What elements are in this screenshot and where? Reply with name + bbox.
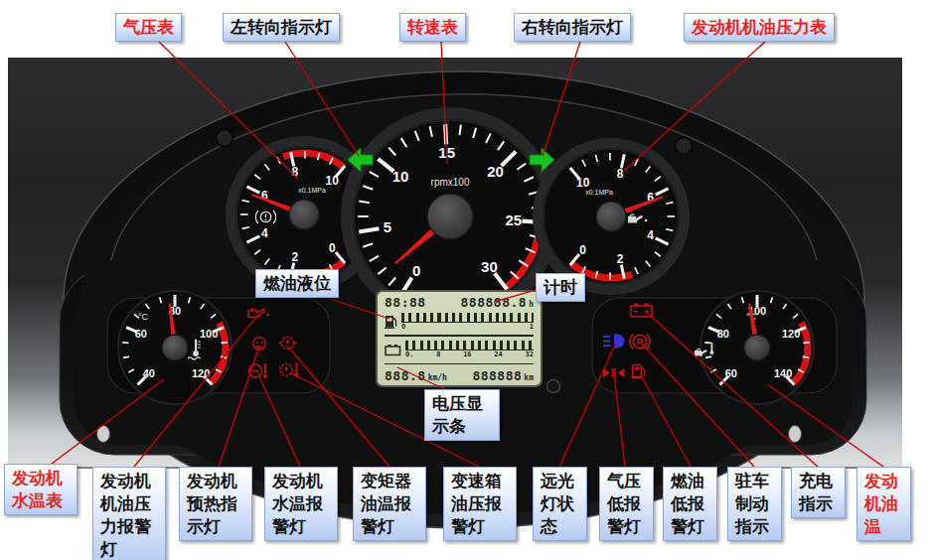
gauge-tick-label: 5	[384, 218, 391, 235]
callout-air-pressure-low-warning: 气压 低报 警灯	[599, 467, 654, 541]
fuel-scale-min: 0	[401, 323, 405, 331]
gauge-tick-label: 20	[487, 163, 504, 180]
gauge-unit-label: °C	[138, 312, 149, 322]
gauge-tick-label: 140	[774, 367, 792, 379]
gauge-hub	[162, 335, 188, 360]
callout-engine-water-temp-warning: 发动机 水温报 警灯	[264, 467, 338, 541]
lcd-odometer: 888888	[472, 369, 522, 382]
callout-voltage-bar: 电压显 示条	[424, 389, 500, 441]
gauge-tick-label: 2	[617, 252, 624, 266]
lcd-hour-meter: 888888.8	[461, 296, 528, 309]
engine-water-temp-warning-icon	[247, 361, 269, 380]
callout-air-pressure-gauge: 气压表	[115, 13, 182, 42]
gauge-hub	[744, 335, 770, 360]
gauge-hub	[289, 200, 319, 229]
callout-right-turn-indicator: 右转向指示灯	[514, 13, 631, 42]
gauge-tick-label: 4	[261, 226, 268, 240]
callout-parking-brake-indicator: 驻车 制动 指示	[727, 467, 782, 541]
screw-hole	[676, 138, 693, 155]
gauge-tick-label: 40	[143, 367, 155, 379]
screw-hole	[789, 426, 802, 443]
gauge-hub	[596, 202, 626, 231]
battery-icon	[385, 344, 401, 356]
callout-engine-oil-temp: 发动 机油 温	[856, 467, 911, 541]
lcd-hour-unit: h	[529, 301, 534, 309]
callout-transmission-oil-pressure-warning: 变速箱 油压报 警灯	[443, 467, 517, 541]
oil-can-icon	[626, 211, 649, 225]
gauge-tick	[123, 356, 129, 357]
callout-left-turn-indicator: 左转向指示灯	[223, 13, 340, 42]
gauge-tick-label: 4	[647, 228, 654, 242]
gauge-tick-label: 120	[192, 367, 210, 379]
gauge-tick-label: 8	[292, 165, 299, 179]
callout-torque-converter-oil-temp-warning: 变矩器 油温报 警灯	[353, 467, 426, 541]
oil-temp-gauge: 6080100120140°C	[700, 291, 814, 404]
gauge-tick-label: 15	[438, 144, 455, 161]
fuel-pump-icon	[385, 314, 397, 330]
lcd-display: 88:88 888888.8 h 0 1	[376, 290, 543, 387]
callout-engine-water-temp-gauge: 发动机 水温表	[4, 464, 78, 515]
instrument-cluster-diagram: 0246810x0.1MPa 051015202530rpmx100 02468…	[0, 0, 931, 560]
engine-oil-pressure-warning-icon	[246, 305, 270, 321]
gauge-tick-label: 0	[412, 262, 420, 279]
volt-tick: 0.	[405, 350, 413, 358]
parking-letter: P	[637, 336, 644, 347]
charge-battery-icon	[629, 301, 654, 319]
oil-pressure-gauge: 0246810x0.1MPa	[538, 143, 685, 290]
gauge-tick-label: 2	[292, 250, 299, 264]
callout-tachometer: 转速表	[399, 13, 466, 42]
gauge-tick-label: 60	[135, 328, 147, 340]
gauge-tick	[460, 125, 461, 136]
high-beam-icon	[602, 332, 629, 350]
callout-engine-preheat-indicator: 发动机 预热指 示灯	[179, 467, 252, 541]
callout-engine-oil-pressure-warning: 发动机 机油压 力报警 灯	[92, 467, 166, 560]
lcd-divider	[385, 335, 534, 337]
gauge-tick-label: 25	[506, 211, 523, 228]
lcd-divider	[385, 363, 534, 365]
parking-brake-icon: P	[629, 331, 651, 352]
fuel-low-icon	[630, 361, 648, 380]
gauge-tick-label: 120	[782, 328, 800, 340]
volt-tick: 32	[526, 350, 534, 358]
gauge-tick-label: 60	[725, 367, 737, 379]
gauge-tick	[222, 343, 228, 344]
gauge-tick	[803, 356, 809, 357]
gauge-tick	[804, 343, 810, 344]
gauge-tick-label: 10	[392, 168, 409, 185]
lcd-speed: 888.8	[385, 369, 426, 382]
air-pressure-low-icon	[601, 363, 626, 382]
tachometer: 051015202530rpmx100	[347, 113, 553, 320]
gauge-tick-label: 0	[579, 243, 586, 257]
gauge-tick-label: 8	[617, 167, 624, 181]
voltage-bargraph: 0. 8 16 24 32	[405, 341, 534, 358]
gauge-tick	[445, 124, 446, 144]
callout-engine-oil-pressure-gauge: 发动机机油压力表	[684, 13, 835, 42]
callout-hour-meter: 计时	[536, 273, 585, 302]
screw-hole	[97, 426, 110, 443]
trip-reset-knob	[547, 380, 560, 393]
callout-fuel-low-warning: 燃油 低报 警灯	[663, 467, 717, 541]
gauge-unit-label: x0.1MPa	[298, 187, 326, 194]
gauge-tick-label: 0	[329, 241, 336, 255]
gauge-hub	[427, 194, 473, 239]
callout-charge-indicator: 充电 指示	[791, 467, 846, 518]
lcd-odometer-unit: km	[524, 374, 534, 382]
callout-fuel-level: 燃油液位	[255, 269, 339, 298]
engine-preheat-icon	[250, 336, 269, 352]
water-temp-gauge: 406080100120°C	[118, 291, 232, 404]
volt-tick: 24	[494, 350, 502, 358]
lcd-clock: 88:88	[385, 296, 426, 309]
coolant-thermometer-icon	[187, 338, 205, 361]
lcd-speed-unit: km/h	[428, 374, 447, 382]
fuel-scale-max: 1	[530, 323, 534, 331]
transmission-oil-pressure-warning-icon	[277, 360, 300, 379]
fuel-level-bargraph: 0 1	[401, 313, 534, 331]
screw-hole	[217, 130, 233, 147]
volt-tick: 8	[436, 350, 440, 358]
gauge-unit-label: rpmx100	[431, 177, 470, 188]
gauge-tick-label: 80	[717, 328, 729, 340]
gauge-tick	[221, 356, 227, 357]
gauge-unit-label: x0.1MPa	[585, 189, 613, 196]
torque-converter-oil-temp-warning-icon	[277, 334, 298, 352]
brake-warning-icon	[255, 209, 276, 225]
